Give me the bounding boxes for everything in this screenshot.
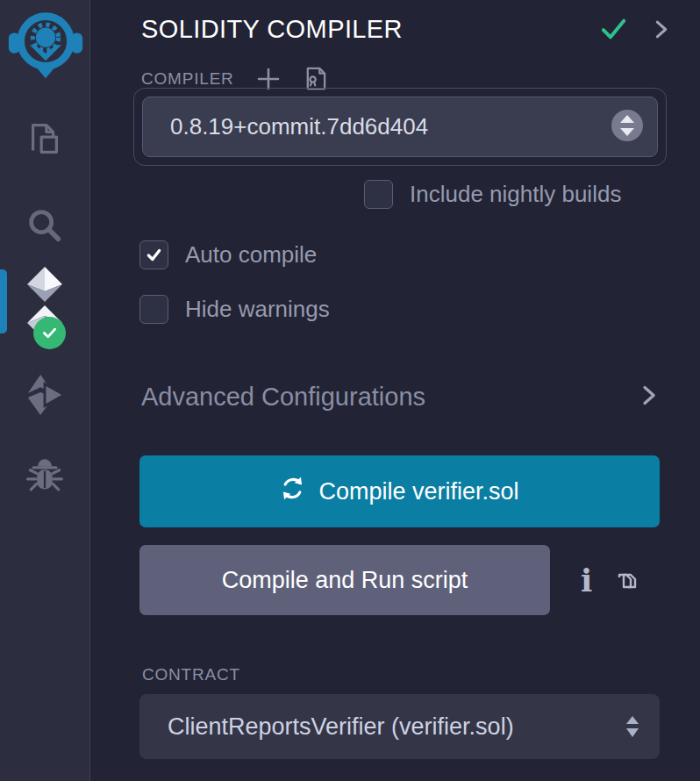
include-nightly-row[interactable]: Include nightly builds [364, 180, 621, 209]
include-nightly-checkbox[interactable] [364, 180, 393, 209]
compiler-section-label: COMPILER [141, 69, 234, 89]
bug-icon [24, 456, 66, 501]
compiled-check-icon [600, 17, 627, 41]
sidebar-item-file-explorer[interactable] [0, 107, 89, 172]
files-icon [25, 118, 65, 161]
copy-icon[interactable] [615, 568, 639, 592]
compile-button-label: Compile verifier.sol [318, 478, 518, 505]
remix-logo-icon[interactable] [8, 4, 83, 79]
contract-section-header: CONTRACT [142, 665, 240, 684]
page-title: SOLIDITY COMPILER [141, 15, 577, 44]
info-icon[interactable]: i [581, 565, 592, 596]
hide-warnings-row[interactable]: Hide warnings [139, 295, 330, 324]
refresh-icon [280, 476, 305, 507]
compiler-version-select-wrapper: 0.8.19+commit.7dd6d404 [133, 88, 667, 166]
solidity-logo-icon [17, 265, 73, 342]
search-icon [25, 205, 65, 248]
include-nightly-label: Include nightly builds [410, 181, 621, 208]
sidebar-item-search[interactable] [0, 194, 89, 259]
contract-selected-value: ClientReportsVerifier (verifier.sol) [139, 713, 625, 741]
hide-warnings-checkbox[interactable] [139, 295, 168, 324]
solidity-compiler-panel: SOLIDITY COMPILER COMPILER [91, 0, 700, 781]
compiler-version-select[interactable]: 0.8.19+commit.7dd6d404 [142, 97, 658, 157]
advanced-configurations-label: Advanced Configurations [141, 383, 637, 412]
compile-run-row: Compile and Run script i [139, 545, 639, 615]
sidebar-item-debugger[interactable] [0, 446, 89, 511]
compile-button[interactable]: Compile verifier.sol [139, 455, 660, 527]
collapse-panel-chevron-icon[interactable] [650, 18, 672, 40]
advanced-configurations-toggle[interactable]: Advanced Configurations [141, 383, 661, 412]
compiler-version-value: 0.8.19+commit.7dd6d404 [143, 113, 428, 140]
hide-warnings-label: Hide warnings [185, 296, 330, 323]
icon-sidebar [0, 0, 90, 781]
panel-header: SOLIDITY COMPILER [141, 11, 672, 47]
select-stepper-icon [611, 109, 644, 146]
contract-select[interactable]: ClientReportsVerifier (verifier.sol) [139, 694, 660, 759]
auto-compile-checkbox[interactable] [139, 240, 168, 269]
chevron-right-icon [637, 383, 661, 411]
compile-and-run-button[interactable]: Compile and Run script [139, 545, 550, 615]
contract-section-label: CONTRACT [142, 665, 240, 684]
auto-compile-label: Auto compile [185, 241, 317, 269]
sidebar-item-solidity-compiler[interactable] [0, 266, 89, 341]
remix-ide: SOLIDITY COMPILER COMPILER [0, 0, 700, 781]
compile-success-badge [33, 317, 66, 349]
auto-compile-row[interactable]: Auto compile [139, 240, 317, 269]
select-arrows-icon [625, 715, 639, 738]
sidebar-item-deploy-run[interactable] [0, 363, 89, 428]
ethereum-deploy-icon [23, 373, 67, 419]
